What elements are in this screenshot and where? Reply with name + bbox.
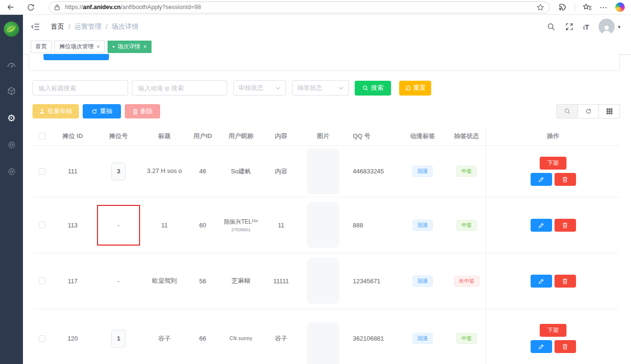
nickname: 芝麻糊 — [220, 277, 262, 285]
title: 谷子 — [143, 334, 185, 343]
bulk-delete-button[interactable]: 删除 — [125, 104, 160, 118]
chevron-down-icon — [275, 86, 281, 90]
col-actions: 操作 — [486, 127, 620, 145]
browser-back-icon[interactable] — [4, 0, 17, 14]
user-menu[interactable]: ▾ — [598, 19, 620, 35]
user-id: 56 — [185, 278, 220, 285]
anime-tag: 国漫 — [413, 333, 433, 344]
edit-button[interactable] — [531, 219, 552, 232]
lock-icon — [54, 4, 60, 11]
toolbar-refresh-button[interactable] — [577, 104, 599, 118]
delete-button[interactable] — [555, 275, 576, 288]
favorites-bar-icon[interactable] — [583, 3, 592, 11]
address-bar[interactable]: https://anf.anidev.cn/anf/boothApply?ses… — [49, 1, 550, 13]
table-row: 113 - 11 60 陈振兴TEL¹³⁴ 27539601 11 888 国漫… — [33, 197, 620, 253]
image-placeholder[interactable] — [307, 202, 339, 248]
image-placeholder[interactable] — [307, 322, 339, 364]
header-search-icon[interactable] — [547, 22, 555, 31]
image-placeholder[interactable] — [307, 149, 339, 194]
user-id: 60 — [185, 222, 220, 229]
anime-ip-search-input[interactable] — [132, 80, 227, 96]
table-row: 117 - 欧皇驾到 56 芝麻糊 11111 12345671 国漫 未中签 — [33, 253, 620, 309]
toolbar-columns-button[interactable] — [598, 104, 620, 118]
title: 欧皇驾到 — [143, 277, 185, 285]
booth-apply-table: 摊位 ID 摊位号 标题 用户ID 用户昵称 内容 图片 QQ 号 动漫标签 抽… — [33, 127, 620, 364]
col-image: 图片 — [300, 132, 346, 140]
col-user-id: 用户ID — [185, 132, 220, 140]
col-title: 标题 — [143, 132, 185, 140]
search-button[interactable]: 搜索 — [355, 81, 391, 96]
breadcrumb: 首页 / 运营管理 / 场次详情 — [51, 22, 139, 31]
select-all-checkbox[interactable] — [39, 133, 45, 139]
user-icon — [39, 108, 45, 114]
bulk-audit-button[interactable]: 批量审核 — [33, 104, 79, 118]
fullscreen-icon[interactable] — [565, 22, 574, 31]
image-placeholder[interactable] — [307, 258, 339, 304]
edit-button[interactable] — [531, 340, 552, 353]
edit-button[interactable] — [531, 173, 552, 186]
draw-status-badge: 未中签 — [454, 276, 479, 287]
qq-number: 446833245 — [346, 168, 398, 175]
table-header-row: 摊位 ID 摊位号 标题 用户ID 用户昵称 内容 图片 QQ 号 动漫标签 抽… — [33, 127, 620, 146]
offsale-button[interactable]: 下架 — [540, 324, 566, 337]
extensions-icon[interactable] — [558, 3, 567, 11]
edit-button[interactable] — [531, 275, 552, 288]
title-search-input[interactable] — [33, 80, 128, 96]
row-checkbox[interactable] — [39, 335, 45, 342]
tab-home[interactable]: 首页 — [31, 41, 52, 53]
user-id: 46 — [185, 168, 220, 175]
delete-button[interactable] — [555, 340, 576, 353]
row-checkbox[interactable] — [39, 168, 45, 175]
qq-number: 362106881 — [346, 335, 398, 342]
booth-no-badge: 1 — [111, 330, 126, 348]
favorite-star-icon[interactable] — [536, 3, 544, 11]
delete-button[interactable] — [555, 173, 576, 186]
nickname: 陈振兴TEL¹³⁴ 27539601 — [220, 218, 262, 232]
booth-id: 117 — [52, 278, 94, 285]
breadcrumb-home[interactable]: 首页 — [51, 22, 64, 31]
sidebar-item-anime-1[interactable] — [0, 135, 23, 154]
close-icon[interactable]: × — [143, 43, 147, 50]
tab-session-detail[interactable]: ● 场次详情 × — [108, 41, 152, 53]
app-logo[interactable] — [4, 21, 19, 37]
partial-blue-button[interactable] — [44, 54, 109, 60]
table-row: 120 1 谷子 66 CN sunny 谷子 362106881 国漫 中签 … — [33, 309, 620, 364]
sidebar-item-modules[interactable] — [0, 82, 23, 101]
draw-status-select[interactable]: 抽签状态 — [292, 80, 349, 96]
breadcrumb-operations[interactable]: 运营管理 — [75, 22, 101, 31]
col-booth-no: 摊位号 — [94, 132, 143, 140]
font-size-icon[interactable]: tT — [583, 23, 589, 31]
row-checkbox[interactable] — [39, 278, 45, 284]
tab-booth-session-management[interactable]: 摊位场次管理 × — [54, 41, 105, 53]
content-cell: 11111 — [262, 278, 300, 285]
content-cell: 内容 — [262, 167, 300, 176]
url-text: https://anf.anidev.cn/anf/boothApply?ses… — [65, 4, 201, 11]
booth-no: - — [94, 278, 143, 285]
sidebar-item-settings[interactable]: ⚙ — [0, 108, 23, 128]
sidebar-item-anime-2[interactable] — [0, 162, 23, 181]
nickname-sub: 27539601 — [231, 227, 250, 232]
toolbar-search-toggle[interactable] — [556, 104, 578, 118]
booth-no: - — [118, 222, 120, 229]
chevron-down-icon — [338, 86, 344, 90]
sidebar-collapse-icon[interactable] — [31, 22, 40, 31]
more-menu-icon[interactable]: ⋯ — [599, 3, 608, 12]
offsale-button[interactable]: 下架 — [540, 157, 566, 170]
close-icon[interactable]: × — [97, 43, 100, 50]
browser-refresh-icon[interactable] — [24, 0, 37, 14]
redraw-button[interactable]: 重抽 — [83, 104, 121, 118]
audit-status-select[interactable]: 审核状态 — [233, 80, 286, 96]
reset-button[interactable]: 重置 — [399, 81, 431, 96]
content-cell: 11 — [262, 222, 300, 229]
actions-cell — [486, 197, 620, 253]
delete-button[interactable] — [555, 219, 576, 232]
filter-row: 审核状态 抽签状态 搜索 重置 — [33, 80, 431, 96]
table-row: 111 3 3.27 H sos o 46 So建帆 内容 446833245 … — [33, 146, 620, 197]
anime-tag: 国漫 — [413, 220, 433, 231]
copilot-icon[interactable] — [615, 2, 625, 12]
booth-id: 120 — [52, 335, 94, 342]
sidebar-item-dashboard[interactable] — [0, 55, 23, 74]
active-dot-icon: ● — [112, 45, 115, 49]
col-anime-tag: 动漫标签 — [398, 132, 447, 140]
row-checkbox[interactable] — [39, 222, 45, 228]
